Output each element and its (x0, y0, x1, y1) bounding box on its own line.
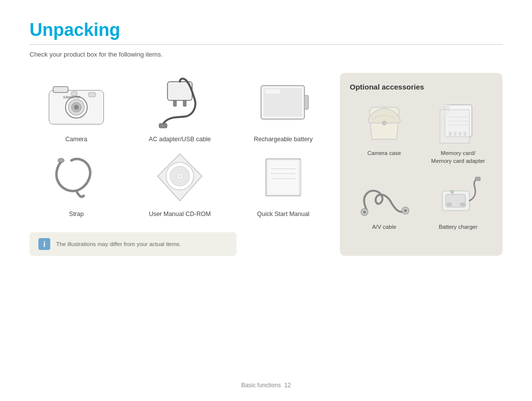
list-item: Strap (30, 148, 123, 217)
svg-rect-12 (183, 100, 186, 106)
ac-adapter-icon (145, 73, 214, 132)
battery-charger-label: Battery charger (439, 223, 478, 231)
title-divider (30, 44, 502, 45)
svg-rect-44 (440, 110, 469, 143)
page-title: Unpacking (30, 20, 502, 40)
svg-rect-28 (299, 160, 301, 194)
camera-icon: SAMSUNG (42, 73, 111, 132)
quick-start-manual-label: Quick Start Manual (257, 211, 309, 217)
battery-charger-icon (431, 175, 485, 219)
note-text: The illustrations may differ from your a… (56, 241, 181, 247)
rechargeable-battery-label: Rechargeable battery (254, 136, 313, 143)
svg-rect-17 (265, 90, 280, 93)
camera-case-label: Camera case (367, 149, 401, 157)
svg-point-18 (58, 158, 64, 162)
svg-rect-15 (304, 95, 308, 109)
svg-point-46 (363, 211, 366, 214)
svg-rect-51 (447, 203, 451, 206)
footer-page: 12 (284, 382, 291, 389)
strap-label: Strap (69, 211, 84, 217)
ac-adapter-label: AC adapter/USB cable (149, 136, 211, 143)
svg-rect-26 (268, 161, 299, 194)
svg-rect-2 (53, 87, 68, 93)
rechargeable-battery-icon (249, 73, 318, 132)
svg-point-23 (178, 175, 181, 178)
list-item: User Manual CD-ROM (133, 148, 227, 217)
items-grid: SAMSUNG Camera (30, 73, 330, 217)
note-box: i The illustrations may differ from your… (30, 232, 236, 256)
optional-accessories-section: Optional accessories (340, 73, 502, 256)
svg-point-54 (451, 190, 454, 193)
svg-point-48 (404, 209, 407, 212)
list-item: A/V cable (350, 175, 419, 231)
svg-rect-9 (89, 93, 96, 97)
footer-text: Basic functions (241, 382, 281, 389)
note-icon: i (37, 237, 51, 251)
page: Unpacking Check your product box for the… (0, 0, 532, 401)
svg-rect-11 (173, 100, 176, 106)
strap-icon (42, 148, 111, 207)
user-manual-cd-icon (145, 148, 214, 207)
left-section: SAMSUNG Camera (30, 73, 330, 256)
page-subtitle: Check your product box for the following… (30, 51, 502, 58)
svg-point-6 (74, 105, 79, 110)
list-item: SAMSUNG Camera (30, 73, 123, 143)
svg-rect-13 (159, 123, 167, 128)
camera-label: Camera (66, 136, 87, 143)
optional-accessories-title: Optional accessories (350, 83, 493, 91)
av-cable-label: A/V cable (372, 223, 396, 231)
optional-grid: Camera case (350, 101, 493, 231)
svg-rect-7 (71, 92, 77, 95)
list-item: Rechargeable battery (236, 73, 330, 143)
memory-card-label: Memory card/ Memory card adapter (431, 149, 485, 165)
user-manual-cd-label: User Manual CD-ROM (149, 211, 211, 217)
list-item: Quick Start Manual (236, 148, 330, 217)
av-cable-icon (357, 175, 411, 219)
svg-rect-53 (475, 177, 480, 181)
main-content: SAMSUNG Camera (30, 73, 502, 256)
camera-case-icon (357, 101, 411, 145)
list-item: Camera case (350, 101, 419, 165)
svg-rect-52 (461, 203, 465, 206)
footer: Basic functions 12 (0, 382, 532, 389)
list-item: Battery charger (424, 175, 493, 231)
svg-text:SAMSUNG: SAMSUNG (63, 95, 80, 99)
svg-point-34 (382, 121, 386, 125)
memory-card-icon (431, 101, 485, 145)
list-item: Memory card/ Memory card adapter (424, 101, 493, 165)
svg-text:i: i (43, 240, 45, 248)
list-item: AC adapter/USB cable (133, 73, 227, 143)
quick-start-manual-icon (249, 148, 318, 207)
